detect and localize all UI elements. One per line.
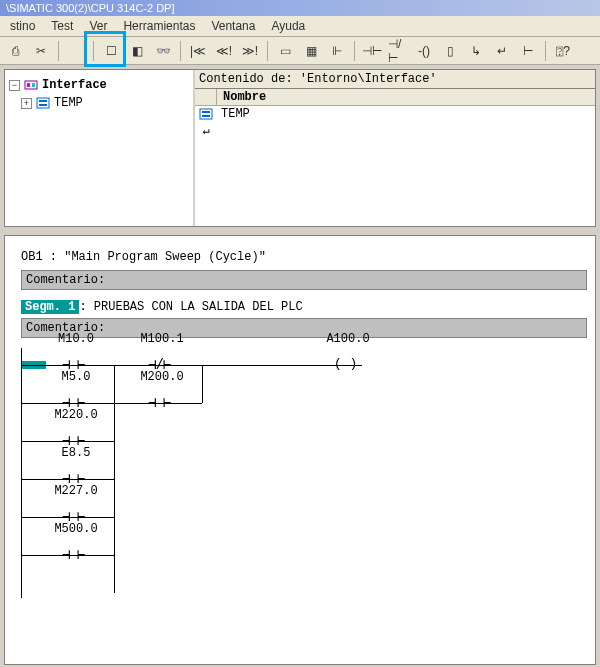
separator-icon (267, 41, 268, 61)
nav-start-icon[interactable]: |≪ (187, 40, 209, 62)
ladder-network[interactable]: M10.0 M100.1 A100.0 M5.0 M200.0 M220.0 E… (21, 348, 401, 598)
new-row-icon: ↵ (195, 123, 217, 138)
column-nombre[interactable]: Nombre (217, 89, 595, 105)
window-icon[interactable]: ▭ (274, 40, 296, 62)
contact-label: M10.0 (46, 332, 106, 346)
svg-rect-6 (200, 109, 212, 119)
main-toolbar: ⎙ ✂ ☐ ◧ 👓 |≪ ≪! ≫! ▭ ▦ ⊩ ⊣⊢ ⊣/⊢ -() ▯ ↳ … (0, 37, 600, 65)
svg-rect-2 (32, 83, 35, 87)
nav-prev-icon[interactable]: ≪! (213, 40, 235, 62)
menu-destino[interactable]: stino (8, 18, 37, 34)
separator-icon (545, 41, 546, 61)
cut-icon[interactable]: ✂ (30, 40, 52, 62)
row-temp-text: TEMP (217, 107, 250, 121)
nc-contact-tool-icon[interactable]: ⊣/⊢ (387, 40, 409, 62)
coil-tool-icon[interactable]: -() (413, 40, 435, 62)
no-contact-icon[interactable] (148, 394, 170, 411)
contact-label: E8.5 (46, 446, 106, 460)
contenido-header: Contenido de: 'Entorno\Interface' (195, 70, 595, 89)
expand-icon[interactable]: + (21, 98, 32, 109)
coil-icon[interactable] (334, 356, 357, 371)
svg-rect-8 (202, 115, 210, 117)
interface-tree[interactable]: − Interface + TEMP (5, 70, 195, 226)
menu-bar: stino Test Ver Herramientas Ventana Ayud… (0, 16, 600, 37)
no-contact-tool-icon[interactable]: ⊣⊢ (361, 40, 383, 62)
menu-herramientas[interactable]: Herramientas (121, 18, 197, 34)
row-struct-icon (195, 106, 217, 122)
branch-open-icon[interactable]: ↳ (465, 40, 487, 62)
segment-title: Segm. 1: PRUEBAS CON LA SALIDA DEL PLC (21, 300, 587, 314)
table-row[interactable]: TEMP (195, 106, 595, 122)
contact-label: M5.0 (46, 370, 106, 384)
glasses-icon[interactable]: 👓 (152, 40, 174, 62)
upper-panes: − Interface + TEMP Contenido de: 'Entorn… (4, 69, 596, 227)
row-header-spacer (195, 89, 217, 105)
collapse-icon[interactable]: − (9, 80, 20, 91)
struct-icon (35, 95, 51, 111)
svg-rect-1 (27, 83, 30, 87)
ladder-rung-6: M500.0 (22, 538, 401, 576)
tree-child-label: TEMP (54, 96, 83, 110)
menu-ver[interactable]: Ver (87, 18, 109, 34)
svg-rect-7 (202, 111, 210, 113)
svg-rect-4 (39, 100, 47, 102)
menu-test[interactable]: Test (49, 18, 75, 34)
tree-child-temp[interactable]: + TEMP (9, 94, 189, 112)
tree-root[interactable]: − Interface (9, 76, 189, 94)
contact-label: M227.0 (46, 484, 106, 498)
contact-label: M200.0 (132, 370, 192, 384)
ob-title: OB1 : "Main Program Sweep (Cycle)" (21, 250, 587, 264)
segment-text: : PRUEBAS CON LA SALIDA DEL PLC (79, 300, 302, 314)
no-contact-icon[interactable] (62, 546, 84, 563)
contact-label: M500.0 (46, 522, 106, 536)
coil-label: A100.0 (318, 332, 378, 346)
toggle-icon[interactable]: ☐ (100, 40, 122, 62)
view-icon[interactable]: ◧ (126, 40, 148, 62)
segment-icon[interactable]: ⊩ (326, 40, 348, 62)
title-text: \SIMATIC 300(2)\CPU 314C-2 DP] (6, 2, 175, 14)
table-body: TEMP ↵ (195, 106, 595, 226)
separator-icon (58, 41, 59, 61)
ladder-editor[interactable]: OB1 : "Main Program Sweep (Cycle)" Comen… (4, 235, 596, 665)
print-icon[interactable]: ⎙ (4, 40, 26, 62)
empty-icon[interactable] (65, 40, 87, 62)
svg-rect-3 (37, 98, 49, 108)
svg-rect-5 (39, 104, 47, 106)
nav-next-icon[interactable]: ≫! (239, 40, 261, 62)
interface-icon (23, 77, 39, 93)
branch-close-icon[interactable]: ↵ (491, 40, 513, 62)
menu-ayuda[interactable]: Ayuda (269, 18, 307, 34)
interface-table: Contenido de: 'Entorno\Interface' Nombre… (195, 70, 595, 226)
svg-rect-0 (25, 81, 37, 89)
separator-icon (180, 41, 181, 61)
table-header: Nombre (195, 89, 595, 106)
separator-icon (354, 41, 355, 61)
chart-icon[interactable]: ▦ (300, 40, 322, 62)
separator-icon (93, 41, 94, 61)
ob-comment-bar[interactable]: Comentario: (21, 270, 587, 290)
table-row-empty[interactable]: ↵ (195, 122, 595, 138)
window-titlebar: \SIMATIC 300(2)\CPU 314C-2 DP] (0, 0, 600, 16)
segment-chip[interactable]: Segm. 1 (21, 300, 79, 314)
contact-label: M220.0 (46, 408, 106, 422)
tree-root-label: Interface (42, 78, 107, 92)
box-tool-icon[interactable]: ▯ (439, 40, 461, 62)
connect-icon[interactable]: ⊢ (517, 40, 539, 62)
menu-ventana[interactable]: Ventana (209, 18, 257, 34)
contact-label: M100.1 (132, 332, 192, 346)
help-icon[interactable]: ⍰? (552, 40, 574, 62)
